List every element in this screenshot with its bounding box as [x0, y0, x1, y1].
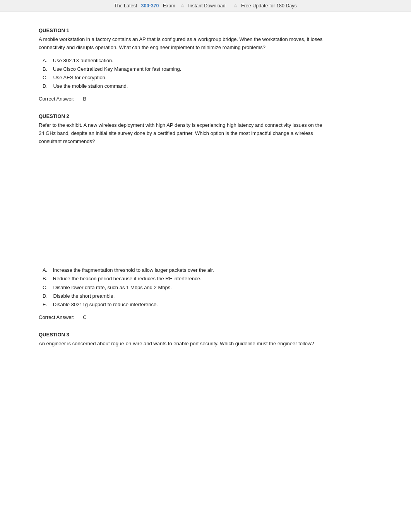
instant-download-label: Instant Download [188, 3, 226, 9]
free-update-label: Free Update for 180 Days [241, 3, 297, 9]
question-3-block: QUESTION 3 An engineer is concerned abou… [39, 332, 325, 348]
option-letter: A. [43, 267, 47, 273]
exam-code: 300-370 [141, 3, 159, 9]
question-1-label: QUESTION 1 [39, 27, 325, 33]
question-3-text: An engineer is concerned about rogue-on-… [39, 340, 325, 348]
option-text: Increase the fragmentation threshold to … [53, 267, 214, 273]
question-2-block: QUESTION 2 Refer to the exhibit. A new w… [39, 113, 325, 320]
star-icon-2: ✩ [234, 3, 237, 8]
header-prefix: The Latest [114, 3, 137, 9]
option-letter: B. [43, 66, 47, 72]
question-2-label: QUESTION 2 [39, 113, 325, 119]
list-item: D. Use the mobile station command. [39, 82, 325, 90]
list-item: C. Disable lower data rate, such as 1 Mb… [39, 283, 325, 292]
question-1-text: A mobile workstation in a factory contai… [39, 36, 325, 52]
list-item: B. Reduce the beacon period because it r… [39, 275, 325, 283]
question-1-block: QUESTION 1 A mobile workstation in a fac… [39, 27, 325, 102]
option-letter: C. [43, 285, 48, 290]
list-item: D. Disable the short preamble. [39, 292, 325, 300]
correct-answer-label: Correct Answer: [39, 96, 74, 102]
question-1-options: A. Use 802.1X authentication. B. Use Cis… [39, 56, 325, 90]
option-letter: D. [43, 293, 48, 299]
option-text: Disable 80211g support to reduce interfe… [53, 302, 158, 307]
header-bar: The Latest 300-370 Exam ✩ Instant Downlo… [0, 0, 411, 12]
option-text: Disable lower data rate, such as 1 Mbps … [53, 285, 171, 290]
option-text: Reduce the beacon period because it redu… [53, 276, 202, 281]
option-letter: E. [43, 302, 47, 307]
question-2-options: A. Increase the fragmentation threshold … [39, 266, 325, 309]
option-letter: C. [43, 75, 48, 80]
option-letter: B. [43, 276, 47, 281]
correct-answer-value: B [83, 96, 86, 102]
list-item: E. Disable 80211g support to reduce inte… [39, 300, 325, 309]
option-text: Use the mobile station command. [53, 83, 128, 89]
option-text: Use 802.1X authentication. [53, 58, 113, 63]
star-icon-1: ✩ [181, 3, 184, 8]
option-text: Disable the short preamble. [53, 293, 115, 299]
option-text: Use Cisco Centralized Key Management for… [53, 66, 182, 72]
list-item: C. Use AES for encryption. [39, 73, 325, 82]
list-item: B. Use Cisco Centralized Key Management … [39, 65, 325, 73]
option-text: Use AES for encryption. [53, 75, 106, 80]
question-1-correct-answer: Correct Answer: B [39, 96, 325, 102]
question-2-text: Refer to the exhibit. A new wireless dep… [39, 121, 325, 145]
list-item: A. Use 802.1X authentication. [39, 56, 325, 65]
question-2-correct-answer: Correct Answer: C [39, 314, 325, 320]
option-letter: D. [43, 83, 48, 89]
main-content: QUESTION 1 A mobile workstation in a fac… [0, 12, 348, 375]
exhibit-image-area [39, 150, 325, 266]
option-letter: A. [43, 58, 47, 63]
header-exam-label: Exam [163, 3, 175, 9]
correct-answer-label: Correct Answer: [39, 314, 74, 320]
question-3-label: QUESTION 3 [39, 332, 325, 338]
list-item: A. Increase the fragmentation threshold … [39, 266, 325, 275]
correct-answer-value: C [83, 314, 86, 320]
